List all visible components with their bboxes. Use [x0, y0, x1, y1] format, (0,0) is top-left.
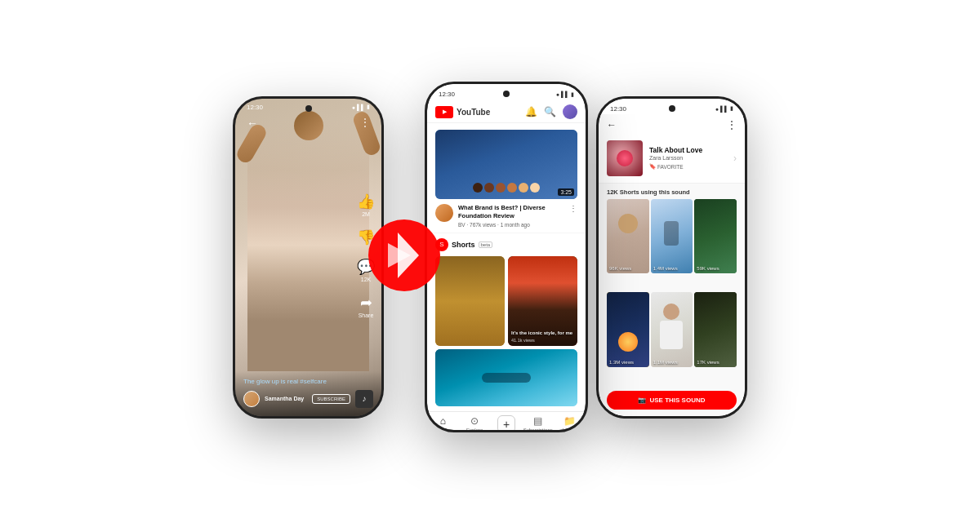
- use-sound-button[interactable]: 📷 USE THIS SOUND: [607, 391, 737, 410]
- video-card[interactable]: 3:25 What Brand is Best? | Diverse Found…: [427, 123, 586, 233]
- short-thumb-2[interactable]: It's the iconic style, for me 41.1k view…: [508, 256, 577, 346]
- yt-header-icons: 🔔 🔍: [525, 104, 577, 119]
- grid-item-5[interactable]: 1.1M views: [651, 292, 693, 367]
- video-info-row: What Brand is Best? | Diverse Foundation…: [435, 204, 577, 228]
- shorts-section-title: Shorts: [452, 241, 475, 249]
- sound-page-header: ← ⋮: [599, 114, 745, 134]
- song-card: Talk About Love Zara Larsson 🔖 FAVORITE …: [599, 134, 745, 184]
- grid-views-3: 59K views: [697, 266, 719, 271]
- youtube-logo-icon: [435, 106, 453, 118]
- song-artist: Zara Larsson: [649, 155, 733, 161]
- grid-item-4[interactable]: 1.3M views: [607, 292, 649, 367]
- song-title: Talk About Love: [649, 146, 733, 154]
- shorts-grid: It's the iconic style, for me 41.1k view…: [435, 256, 577, 346]
- short-caption: It's the iconic style, for me: [511, 330, 574, 336]
- shorts-using-sound-count: 12K Shorts using this sound: [599, 184, 745, 199]
- phone-3-shell: 12:30 ●▌▌▮ ← ⋮ Talk About Love Zara Lars…: [596, 96, 747, 419]
- bell-icon[interactable]: 🔔: [525, 106, 537, 117]
- nav-library-label: Library: [562, 428, 577, 431]
- nav-home-label: Home: [436, 428, 450, 431]
- video-meta: What Brand is Best? | Diverse Foundation…: [458, 204, 564, 228]
- camera-dot-3: [669, 105, 675, 112]
- status-icons-2: ●▌▌▮: [556, 91, 574, 98]
- bookmark-icon: 🔖: [649, 163, 656, 170]
- explore-icon: ⊙: [470, 415, 479, 427]
- grid-item-3[interactable]: 59K views: [694, 199, 737, 274]
- song-favorite[interactable]: 🔖 FAVORITE: [649, 163, 733, 170]
- camera-dot-2: [503, 91, 510, 97]
- video-more-icon[interactable]: ⋮: [569, 204, 577, 213]
- nav-explore-label: Explore: [466, 428, 483, 431]
- channel-icon: [435, 204, 453, 222]
- song-artwork: [607, 140, 643, 176]
- grid-item-6[interactable]: 17K views: [694, 292, 737, 367]
- grid-item-2[interactable]: 1.4M views: [651, 199, 693, 274]
- nav-subs-label: Subscriptions: [523, 428, 553, 431]
- youtube-logo-text: YouTube: [457, 108, 490, 117]
- video-title: What Brand is Best? | Diverse Foundation…: [458, 204, 564, 220]
- shorts-beta-badge: beta: [479, 241, 493, 248]
- sound-video-grid: 96K views 1.4M views 59K views 1.3M vie: [599, 199, 745, 384]
- camera-icon: 📷: [638, 397, 646, 404]
- phone-2-shell: 12:30 ●▌▌▮ YouTube 🔔 🔍: [425, 82, 588, 432]
- song-info: Talk About Love Zara Larsson 🔖 FAVORITE: [649, 146, 733, 170]
- youtube-logo: YouTube: [435, 106, 490, 118]
- grid-views-5: 1.1M views: [653, 360, 678, 365]
- use-sound-label: USE THIS SOUND: [649, 397, 705, 404]
- status-icons-3: ●▌▌▮: [715, 105, 733, 112]
- short-views: 41.1k views: [511, 338, 574, 343]
- phone-1-shell: 12:30 ● ▌▌ ▮ ← ⋮ 👍 2M 👎: [233, 96, 384, 419]
- video-sub-info: BV · 767k views · 1 month ago: [458, 222, 564, 228]
- camera-dot-1: [305, 105, 312, 112]
- time-3: 12:30: [610, 105, 626, 113]
- shorts-section: S Shorts beta It's the iconic style, for…: [427, 233, 586, 411]
- short-thumb-1[interactable]: [435, 256, 505, 346]
- video-duration: 3:25: [558, 188, 574, 196]
- back-icon-3[interactable]: ←: [607, 119, 617, 131]
- grid-views-2: 1.4M views: [653, 266, 678, 271]
- more-icon-3[interactable]: ⋮: [727, 119, 737, 131]
- grid-views-1: 96K views: [609, 266, 631, 271]
- short-info-2: It's the iconic style, for me 41.1k view…: [511, 330, 574, 342]
- phones-container: 12:30 ● ▌▌ ▮ ← ⋮ 👍 2M 👎: [233, 57, 747, 457]
- grid-views-4: 1.3M views: [609, 360, 634, 365]
- yt-app-header: YouTube 🔔 🔍: [427, 100, 586, 123]
- nav-create[interactable]: +: [491, 415, 523, 431]
- video-thumbnail: 3:25: [435, 130, 577, 199]
- grid-views-6: 17K views: [697, 360, 719, 365]
- chevron-right-icon: ›: [733, 153, 737, 164]
- pool-short[interactable]: [435, 349, 577, 406]
- search-icon[interactable]: 🔍: [544, 106, 556, 117]
- home-icon: ⌂: [440, 415, 446, 427]
- shorts-header: S Shorts beta: [435, 238, 577, 251]
- nav-subscriptions[interactable]: ▤ Subscriptions: [522, 415, 554, 431]
- user-avatar[interactable]: [563, 104, 577, 119]
- subscriptions-icon: ▤: [533, 415, 542, 427]
- nav-explore[interactable]: ⊙ Explore: [459, 415, 491, 431]
- time-2: 12:30: [439, 91, 455, 98]
- use-sound-bar: 📷 USE THIS SOUND: [599, 384, 745, 416]
- bottom-nav: ⌂ Home ⊙ Explore + ▤ Subscriptions 📁 Lib…: [427, 411, 586, 431]
- shorts-logo: S: [435, 238, 448, 251]
- nav-library[interactable]: 📁 Library: [554, 415, 586, 431]
- nav-home[interactable]: ⌂ Home: [427, 415, 459, 431]
- grid-item-1[interactable]: 96K views: [607, 199, 649, 274]
- library-icon: 📁: [564, 415, 576, 427]
- create-icon: +: [497, 415, 515, 431]
- favorite-label: FAVORITE: [657, 164, 684, 170]
